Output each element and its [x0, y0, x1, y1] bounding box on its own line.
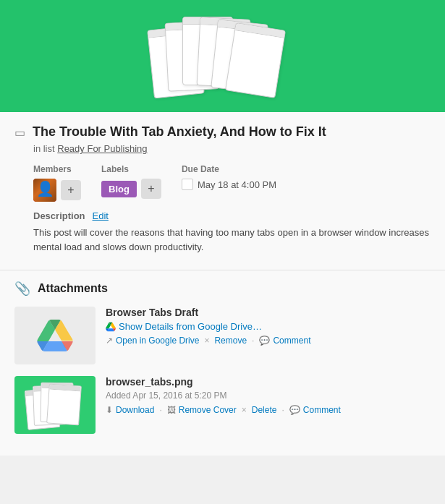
- card-title-row: ▭ The Trouble With Tab Anxiety, And How …: [14, 124, 431, 140]
- add-member-button[interactable]: +: [61, 180, 81, 200]
- due-date-checkbox[interactable]: [182, 179, 193, 190]
- gdrive-small-icon: [106, 322, 116, 332]
- member-avatar[interactable]: [33, 179, 56, 202]
- description-header: Description Edit: [33, 210, 431, 221]
- due-date-section: Due Date May 18 at 4:00 PM: [182, 164, 276, 190]
- card-type-icon: ▭: [14, 126, 25, 140]
- comment-gdrive-link[interactable]: Comment: [273, 336, 310, 346]
- tab-card-6: [225, 22, 286, 98]
- tabs-illustration: [151, 13, 295, 100]
- attachments-title: Attachments: [38, 282, 108, 295]
- due-date-value[interactable]: May 18 at 4:00 PM: [198, 179, 276, 190]
- open-in-gdrive-link[interactable]: Open in Google Drive: [116, 336, 199, 346]
- card-list-info: in list Ready For Publishing: [33, 143, 431, 154]
- show-details-gdrive-link[interactable]: Show Details from Google Drive…: [106, 321, 431, 332]
- attachment-meta-image: Added Apr 15, 2016 at 5:20 PM: [106, 390, 431, 401]
- remove-cover-link[interactable]: Remove Cover: [179, 405, 237, 415]
- attachments-section: 📎 Attachments Browser Tabs Draft: [0, 270, 445, 456]
- remove-cover-icon: 🖼: [167, 405, 176, 415]
- download-link[interactable]: Download: [116, 405, 154, 415]
- card-section: ▭ The Trouble With Tab Anxiety, And How …: [0, 112, 445, 270]
- edit-description-link[interactable]: Edit: [93, 210, 109, 221]
- remove-gdrive-link[interactable]: Remove: [214, 336, 247, 346]
- description-label: Description: [33, 210, 85, 221]
- meta-row: Members + Labels Blog + Due Date May 18 …: [33, 164, 431, 202]
- delete-image-link[interactable]: Delete: [252, 405, 277, 415]
- attachment-actions-gdrive: ↗ Open in Google Drive × Remove · 💬 Comm…: [106, 336, 431, 346]
- sep-2: ·: [252, 336, 254, 346]
- description-section: Description Edit This post will cover th…: [33, 210, 431, 254]
- card-title: The Trouble With Tab Anxiety, And How to…: [33, 124, 326, 140]
- download-icon: ⬇: [106, 405, 113, 415]
- sep-5: ·: [281, 405, 284, 415]
- comment-image-link[interactable]: Comment: [303, 405, 341, 415]
- hero-banner: [0, 0, 445, 112]
- members-inner: +: [33, 179, 81, 202]
- comment-gdrive-icon: 💬: [259, 336, 270, 346]
- due-date-box: May 18 at 4:00 PM: [182, 179, 276, 190]
- sep-1: ×: [204, 336, 209, 346]
- add-label-button[interactable]: +: [141, 179, 161, 199]
- mini-tab-4: [46, 383, 82, 425]
- in-list-label: in list: [33, 143, 55, 154]
- attachment-item-image: browser_tabs.png Added Apr 15, 2016 at 5…: [14, 376, 431, 434]
- attachment-info-gdrive: Browser Tabs Draft Show Details from Goo…: [106, 307, 431, 346]
- show-details-label: Show Details from Google Drive…: [119, 321, 262, 332]
- due-date-label: Due Date: [182, 164, 276, 174]
- avatar-image: [33, 179, 56, 202]
- attachment-thumb-image: [14, 376, 96, 434]
- attachment-name-gdrive: Browser Tabs Draft: [106, 307, 431, 318]
- mini-tabs-illustration: [26, 382, 84, 429]
- labels-label: Labels: [101, 164, 161, 174]
- attachment-item-gdrive: Browser Tabs Draft Show Details from Goo…: [14, 307, 431, 364]
- members-section: Members +: [33, 164, 81, 202]
- attachment-actions-image: ⬇ Download · 🖼 Remove Cover × Delete · 💬…: [106, 405, 431, 415]
- attachments-header: 📎 Attachments: [14, 281, 431, 296]
- attachment-thumb-gdrive: [14, 307, 96, 364]
- sep-3: ·: [159, 405, 161, 415]
- open-in-gdrive-icon: ↗: [106, 336, 113, 346]
- list-name-link[interactable]: Ready For Publishing: [57, 143, 147, 154]
- attachment-name-image: browser_tabs.png: [106, 376, 431, 388]
- blog-label-badge[interactable]: Blog: [101, 181, 137, 197]
- sep-4: ×: [242, 405, 247, 415]
- description-text: This post will cover the reasons that ha…: [33, 226, 431, 254]
- attachments-icon: 📎: [14, 281, 30, 296]
- attachment-info-image: browser_tabs.png Added Apr 15, 2016 at 5…: [106, 376, 431, 415]
- members-label: Members: [33, 164, 81, 174]
- labels-inner: Blog +: [101, 179, 161, 199]
- comment-image-icon: 💬: [289, 405, 300, 415]
- labels-section: Labels Blog +: [101, 164, 161, 199]
- gdrive-logo-icon: [37, 320, 73, 351]
